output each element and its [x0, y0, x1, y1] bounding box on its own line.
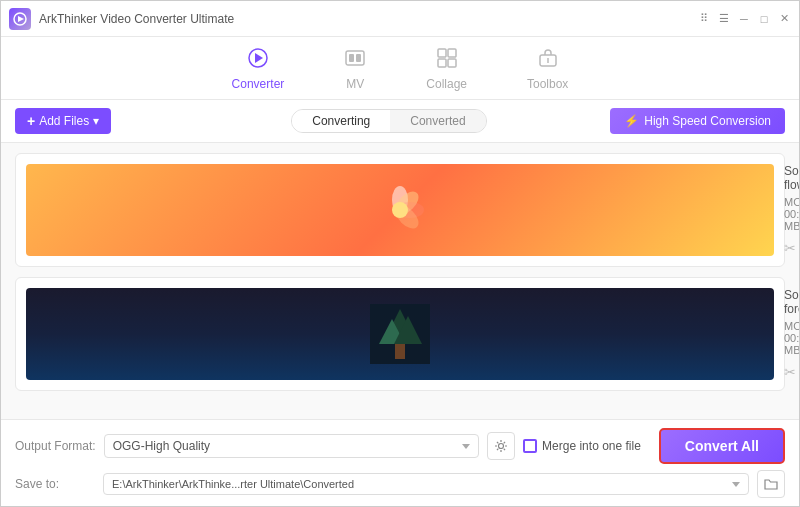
- plus-icon: +: [27, 113, 35, 129]
- tab-converting[interactable]: Converting: [292, 110, 390, 132]
- merge-area: Merge into one file: [523, 439, 641, 453]
- convert-all-button[interactable]: Convert All: [659, 428, 785, 464]
- add-files-dropdown-arrow[interactable]: ▾: [93, 114, 99, 128]
- bottom-bar: Output Format: OGG-High Quality Merge in…: [1, 419, 799, 506]
- save-to-label: Save to:: [15, 477, 95, 491]
- file-source-1: Source: flowsers.mov ⓘ: [784, 164, 799, 192]
- add-files-button[interactable]: + Add Files ▾: [15, 108, 111, 134]
- file-info-2: Source: forest.mov ⓘ MOV 480×360 00:05:5…: [784, 288, 799, 380]
- svg-marker-3: [255, 53, 263, 63]
- file-source-2: Source: forest.mov ⓘ: [784, 288, 799, 316]
- folder-icon: [764, 478, 778, 490]
- source-label-1: Source: flowsers.mov: [784, 164, 799, 192]
- svg-rect-6: [356, 54, 361, 62]
- app-window: ArkThinker Video Converter Ultimate ⠿ ☰ …: [0, 0, 800, 507]
- svg-rect-4: [346, 51, 364, 65]
- output-format-label: Output Format:: [15, 439, 96, 453]
- file-thumb-1: [26, 164, 774, 256]
- source-label-2: Source: forest.mov: [784, 288, 799, 316]
- svg-rect-7: [438, 49, 446, 57]
- open-folder-btn[interactable]: [757, 470, 785, 498]
- svg-point-23: [499, 444, 504, 449]
- nav-converter[interactable]: Converter: [222, 45, 295, 93]
- output-format-row: Output Format: OGG-High Quality Merge in…: [15, 428, 785, 464]
- nav-toolbox[interactable]: Toolbox: [517, 45, 578, 93]
- app-logo: [9, 8, 31, 30]
- file-list: Source: flowsers.mov ⓘ MOV 1280×720 00:0…: [1, 143, 799, 419]
- lightning-icon: ⚡: [624, 114, 639, 128]
- save-path-select[interactable]: E:\ArkThinker\ArkThinke...rter Ultimate\…: [103, 473, 749, 495]
- output-format-select[interactable]: OGG-High Quality: [104, 434, 479, 458]
- nav-collage[interactable]: Collage: [416, 45, 477, 93]
- window-controls: ⠿ ☰ ─ □ ✕: [697, 12, 791, 26]
- save-to-row: Save to: E:\ArkThinker\ArkThinke...rter …: [15, 470, 785, 498]
- hamburger-btn[interactable]: ☰: [717, 12, 731, 26]
- svg-rect-10: [448, 59, 456, 67]
- converter-icon: [247, 47, 269, 74]
- add-files-label: Add Files: [39, 114, 89, 128]
- cut-icon-2[interactable]: ✂: [784, 364, 796, 380]
- nav-toolbox-label: Toolbox: [527, 77, 568, 91]
- cut-icon-1[interactable]: ✂: [784, 240, 796, 256]
- high-speed-label: High Speed Conversion: [644, 114, 771, 128]
- file-actions-1: ✂ ✄: [784, 240, 799, 256]
- nav-converter-label: Converter: [232, 77, 285, 91]
- svg-rect-8: [448, 49, 456, 57]
- merge-checkbox[interactable]: [523, 439, 537, 453]
- file-meta-1: MOV 1280×720 00:02:59 67.12 MB: [784, 196, 799, 232]
- collage-icon: [436, 47, 458, 74]
- svg-rect-22: [395, 344, 405, 359]
- minimize-btn[interactable]: ─: [737, 12, 751, 26]
- mv-icon: [344, 47, 366, 74]
- toolbox-icon: [537, 47, 559, 74]
- file-thumb-2: [26, 288, 774, 380]
- close-btn[interactable]: ✕: [777, 12, 791, 26]
- file-info-1: Source: flowsers.mov ⓘ MOV 1280×720 00:0…: [784, 164, 799, 256]
- maximize-btn[interactable]: □: [757, 12, 771, 26]
- settings-gear-icon: [494, 439, 508, 453]
- output-settings-btn[interactable]: [487, 432, 515, 460]
- app-title: ArkThinker Video Converter Ultimate: [39, 12, 697, 26]
- menu-dots-btn[interactable]: ⠿: [697, 12, 711, 26]
- tab-group: Converting Converted: [291, 109, 486, 133]
- svg-rect-5: [349, 54, 354, 62]
- svg-rect-9: [438, 59, 446, 67]
- file-meta-2: MOV 480×360 00:05:55 17.89 MB: [784, 320, 799, 356]
- title-bar: ArkThinker Video Converter Ultimate ⠿ ☰ …: [1, 1, 799, 37]
- merge-label: Merge into one file: [542, 439, 641, 453]
- svg-marker-1: [18, 16, 24, 22]
- nav-bar: Converter MV Collage: [1, 37, 799, 100]
- file-card-1: Source: flowsers.mov ⓘ MOV 1280×720 00:0…: [15, 153, 785, 267]
- svg-point-17: [392, 202, 408, 218]
- nav-mv-label: MV: [346, 77, 364, 91]
- high-speed-button[interactable]: ⚡ High Speed Conversion: [610, 108, 785, 134]
- tab-converted[interactable]: Converted: [390, 110, 485, 132]
- file-card-2: Source: forest.mov ⓘ MOV 480×360 00:05:5…: [15, 277, 785, 391]
- nav-mv[interactable]: MV: [334, 45, 376, 93]
- nav-collage-label: Collage: [426, 77, 467, 91]
- toolbar: + Add Files ▾ Converting Converted ⚡ Hig…: [1, 100, 799, 143]
- file-actions-2: ✂ ✄: [784, 364, 799, 380]
